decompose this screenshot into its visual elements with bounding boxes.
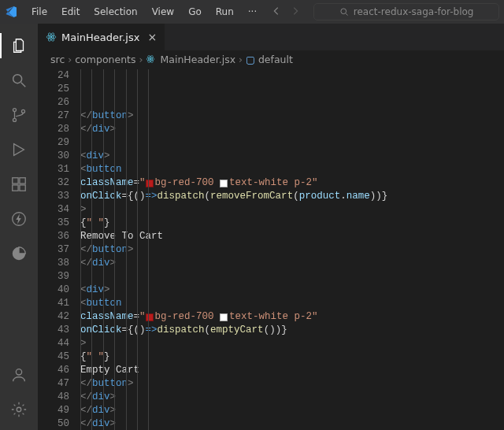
code[interactable]: </button> </div> <div> <button className… [80, 68, 495, 430]
chevron-right-icon: › [239, 54, 243, 65]
nav-back-icon[interactable] [271, 6, 282, 19]
react-file-icon [146, 54, 157, 64]
svg-point-12 [16, 369, 21, 375]
activity-explorer[interactable] [0, 30, 38, 61]
code-line[interactable]: </div> [80, 404, 495, 417]
chevron-right-icon: › [139, 54, 143, 65]
menu-go[interactable]: Go [182, 3, 208, 20]
code-line[interactable]: </div> [80, 257, 495, 270]
activity-search[interactable] [0, 65, 38, 96]
code-line[interactable]: onClick={() => dispatch(emptyCart())} [80, 324, 495, 337]
gear-icon [10, 401, 28, 418]
activity-settings[interactable] [0, 394, 38, 425]
code-line[interactable] [80, 270, 495, 284]
pie-icon [10, 245, 28, 262]
bolt-icon [10, 210, 28, 228]
svg-line-3 [21, 83, 26, 87]
search-icon [10, 72, 28, 89]
chevron-right-icon: › [68, 54, 72, 65]
svg-point-13 [17, 407, 21, 412]
code-line[interactable]: <div> [80, 284, 495, 297]
crumb-components[interactable]: components [75, 54, 135, 65]
play-bug-icon [10, 141, 28, 158]
activity-scm[interactable] [0, 99, 38, 131]
svg-point-5 [13, 118, 16, 121]
code-editor[interactable]: 2425262728293031323334353637383940414243… [38, 68, 504, 430]
svg-point-2 [13, 75, 22, 83]
code-line[interactable]: className="bg-red-700 text-white p-2" [80, 310, 495, 324]
menu-run[interactable]: Run [209, 3, 240, 20]
crumb-file[interactable]: MainHeader.jsx [160, 54, 235, 65]
code-line[interactable]: Empty Cart [80, 364, 495, 377]
code-line[interactable]: <div> [80, 150, 495, 163]
code-line[interactable] [80, 136, 495, 150]
svg-rect-10 [20, 178, 25, 183]
code-line[interactable]: <button [80, 297, 495, 310]
code-line[interactable]: </div> [80, 417, 495, 430]
activity-extensions[interactable] [0, 169, 38, 200]
svg-rect-8 [13, 185, 18, 191]
symbol-icon: ▢ [246, 54, 255, 65]
svg-line-1 [346, 13, 347, 15]
code-line[interactable]: onClick={() => dispatch(removeFromCart(p… [80, 190, 495, 203]
code-line[interactable]: </button> [80, 377, 495, 391]
activity-accounts[interactable] [0, 359, 38, 391]
command-center-text: react-redux-saga-for-blog [354, 6, 474, 17]
tab-mainheader[interactable]: MainHeader.jsx × [38, 24, 165, 50]
tab-label: MainHeader.jsx [61, 32, 139, 43]
titlebar: File Edit Selection View Go Run ··· reac… [0, 0, 504, 24]
code-line[interactable]: {" "} [80, 217, 495, 230]
menu-view[interactable]: View [146, 3, 180, 20]
crumb-symbol[interactable]: default [258, 54, 293, 65]
code-line[interactable]: </div> [80, 391, 495, 404]
activity-thunder[interactable] [0, 203, 38, 235]
tab-close-icon[interactable]: × [147, 31, 157, 43]
gutter: 2425262728293031323334353637383940414243… [38, 68, 80, 430]
nav-forward-icon[interactable] [290, 6, 301, 19]
editor-area: MainHeader.jsx × src › components › Main… [38, 24, 504, 430]
menu-overflow[interactable]: ··· [242, 3, 263, 20]
branch-icon [10, 106, 28, 124]
code-line[interactable]: Remove To Cart [80, 230, 495, 243]
code-line[interactable]: > [80, 203, 495, 217]
code-line[interactable]: </button> [80, 243, 495, 257]
menu-selection[interactable]: Selection [87, 3, 143, 20]
svg-rect-9 [20, 185, 25, 191]
account-icon [10, 366, 28, 384]
svg-point-4 [13, 109, 16, 112]
main: MainHeader.jsx × src › components › Main… [0, 24, 504, 430]
code-line[interactable]: <button [80, 163, 495, 176]
svg-point-18 [150, 58, 151, 60]
activity-bar [0, 24, 38, 430]
svg-point-14 [50, 36, 52, 38]
menu-edit[interactable]: Edit [55, 3, 86, 20]
activity-console[interactable] [0, 238, 38, 269]
nav-arrows [271, 6, 301, 19]
code-line[interactable]: className="bg-red-700 text-white p-2" [80, 176, 495, 190]
vertical-scrollbar[interactable] [495, 68, 504, 430]
extensions-icon [10, 176, 28, 193]
search-icon [339, 7, 349, 17]
files-icon [10, 37, 28, 54]
breadcrumbs[interactable]: src › components › MainHeader.jsx › ▢ de… [38, 50, 504, 68]
tabs: MainHeader.jsx × [38, 24, 504, 50]
vscode-logo [5, 5, 19, 19]
react-file-icon [46, 32, 57, 43]
svg-point-6 [21, 109, 24, 113]
crumb-src[interactable]: src [50, 54, 65, 65]
activity-run[interactable] [0, 134, 38, 165]
code-line[interactable]: {" "} [80, 350, 495, 364]
command-center[interactable]: react-redux-saga-for-blog [313, 3, 499, 20]
svg-rect-7 [13, 178, 18, 183]
svg-point-0 [341, 9, 346, 14]
code-line[interactable]: </div> [80, 123, 495, 136]
code-line[interactable]: </button> [80, 109, 495, 123]
menu-file[interactable]: File [25, 3, 54, 20]
code-line[interactable]: > [80, 337, 495, 350]
